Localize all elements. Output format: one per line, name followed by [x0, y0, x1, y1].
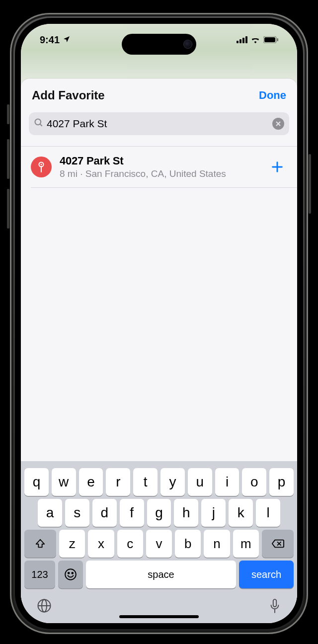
keyboard-row-3: z x c v b n m	[24, 530, 294, 558]
key-p[interactable]: p	[269, 468, 294, 496]
search-result-row[interactable]: 4027 Park St 8 mi · San Francisco, CA, U…	[21, 147, 297, 187]
key-w[interactable]: w	[52, 468, 76, 496]
wifi-icon	[250, 36, 260, 43]
key-f[interactable]: f	[120, 499, 144, 527]
add-favorite-button[interactable]	[267, 157, 287, 177]
clear-search-button[interactable]	[272, 118, 284, 130]
dictation-icon[interactable]	[268, 598, 281, 616]
svg-point-20	[68, 572, 70, 574]
battery-icon	[263, 36, 278, 43]
result-subtitle: 8 mi · San Francisco, CA, United States	[60, 168, 259, 179]
key-a[interactable]: a	[38, 499, 62, 527]
key-q[interactable]: q	[24, 468, 49, 496]
done-button[interactable]: Done	[259, 89, 286, 102]
svg-point-8	[35, 119, 41, 125]
search-input[interactable]	[44, 118, 272, 130]
key-l[interactable]: l	[256, 499, 280, 527]
key-g[interactable]: g	[147, 499, 171, 527]
key-r[interactable]: r	[106, 468, 130, 496]
svg-point-19	[65, 569, 76, 580]
globe-icon[interactable]	[37, 598, 52, 616]
svg-rect-7	[277, 38, 279, 41]
location-arrow-icon	[63, 34, 71, 46]
svg-rect-25	[273, 599, 276, 607]
space-key[interactable]: space	[86, 561, 236, 588]
keyboard-row-1: q w e r t y u i o p	[24, 468, 294, 496]
emoji-key[interactable]	[58, 561, 83, 588]
keyboard: q w e r t y u i o p a s d f g h	[21, 461, 297, 623]
key-k[interactable]: k	[229, 499, 253, 527]
key-y[interactable]: y	[160, 468, 185, 496]
key-o[interactable]: o	[242, 468, 266, 496]
cellular-signal-icon	[237, 36, 247, 43]
svg-line-9	[40, 124, 42, 126]
shift-key[interactable]	[24, 530, 56, 558]
search-icon	[34, 118, 44, 130]
svg-point-4	[254, 42, 256, 43]
keyboard-row-4: 123 space search	[24, 561, 294, 588]
key-i[interactable]: i	[215, 468, 239, 496]
divider	[31, 187, 297, 188]
key-j[interactable]: j	[201, 499, 226, 527]
key-z[interactable]: z	[59, 530, 85, 558]
key-h[interactable]: h	[174, 499, 198, 527]
svg-rect-6	[264, 37, 275, 42]
key-u[interactable]: u	[188, 468, 212, 496]
add-favorite-sheet: Add Favorite Done 4027 Park St	[21, 79, 297, 623]
svg-rect-0	[237, 41, 238, 43]
key-c[interactable]: c	[117, 530, 143, 558]
key-b[interactable]: b	[175, 530, 201, 558]
sheet-title: Add Favorite	[32, 88, 105, 102]
svg-rect-2	[242, 38, 244, 43]
key-x[interactable]: x	[88, 530, 114, 558]
svg-rect-1	[239, 39, 241, 43]
svg-rect-3	[245, 36, 247, 43]
result-title: 4027 Park St	[60, 155, 259, 167]
pin-icon	[31, 157, 52, 177]
key-v[interactable]: v	[146, 530, 172, 558]
key-d[interactable]: d	[92, 499, 117, 527]
svg-point-21	[72, 572, 73, 574]
search-field[interactable]	[29, 112, 289, 135]
key-n[interactable]: n	[204, 530, 230, 558]
svg-point-13	[41, 164, 42, 165]
home-indicator[interactable]	[119, 615, 199, 618]
key-e[interactable]: e	[79, 468, 103, 496]
phone-frame: 9:41 Add Favorite Done	[10, 13, 308, 634]
key-m[interactable]: m	[233, 530, 259, 558]
numbers-key[interactable]: 123	[24, 561, 55, 588]
key-t[interactable]: t	[133, 468, 158, 496]
keyboard-row-2: a s d f g h j k l	[24, 499, 294, 527]
key-s[interactable]: s	[65, 499, 89, 527]
dynamic-island	[122, 34, 196, 55]
backspace-key[interactable]	[262, 530, 294, 558]
status-time: 9:41	[40, 34, 60, 46]
search-action-key[interactable]: search	[239, 561, 294, 588]
